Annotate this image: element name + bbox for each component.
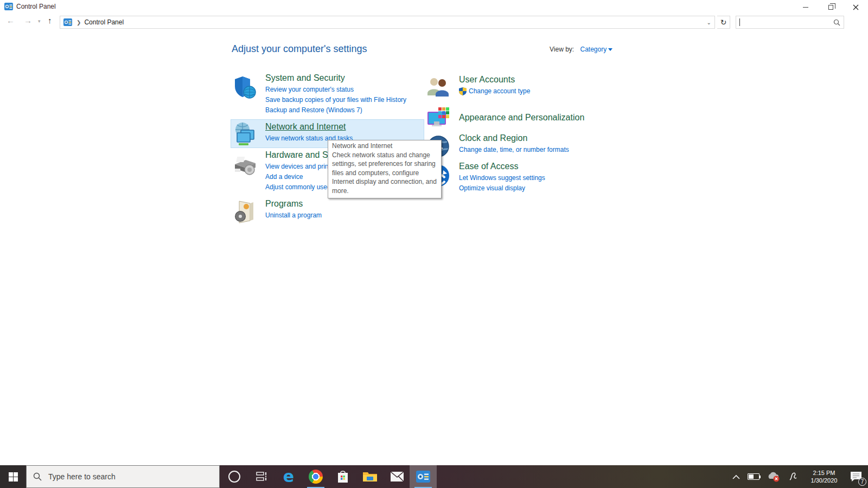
task-link[interactable]: Backup and Restore (Windows 7) <box>265 107 428 114</box>
edge-button[interactable]: e <box>275 465 302 488</box>
network-internet-icon <box>232 121 259 148</box>
category-title[interactable]: User Accounts <box>459 75 515 85</box>
mail-icon <box>390 471 404 482</box>
start-button[interactable] <box>0 465 26 488</box>
task-link[interactable]: Let Windows suggest settings <box>459 175 622 182</box>
taskbar-search-input[interactable]: Type here to search <box>26 465 220 488</box>
taskbar: Type here to search e <box>0 465 868 488</box>
back-icon[interactable]: ← <box>7 16 15 25</box>
task-link[interactable]: Review your computer's status <box>265 86 428 93</box>
title-bar: Control Panel <box>0 0 868 14</box>
control-panel-icon <box>416 471 430 483</box>
mail-button[interactable] <box>384 465 411 488</box>
explorer-search-input[interactable] <box>736 16 844 29</box>
forward-icon[interactable]: → <box>24 16 32 25</box>
tooltip-body: Check network status and change settings… <box>332 151 437 196</box>
breadcrumb[interactable]: Control Panel <box>84 18 124 26</box>
explorer-window: Control Panel ← → ▾ ↑ ❯ Control Panel ⌄ … <box>0 0 868 465</box>
control-panel-icon <box>63 18 72 26</box>
taskbar-search-placeholder: Type here to search <box>48 472 116 481</box>
tray-date: 1/30/2020 <box>806 477 842 484</box>
recent-pages-chevron-icon[interactable]: ▾ <box>38 18 41 24</box>
task-link[interactable]: Optimize visual display <box>459 185 622 192</box>
view-by-dropdown[interactable]: Category <box>580 46 612 53</box>
file-explorer-icon <box>362 470 378 483</box>
control-panel-icon <box>4 3 13 10</box>
tray-chevron-up-icon[interactable] <box>732 474 740 479</box>
store-button[interactable] <box>329 465 356 488</box>
navigation-bar: ← → ▾ ↑ ❯ Control Panel ⌄ ↻ <box>0 14 868 30</box>
window-title: Control Panel <box>16 3 56 10</box>
programs-icon <box>232 198 259 225</box>
page-title: Adjust your computer's settings <box>232 43 367 55</box>
battery-icon[interactable] <box>748 473 760 480</box>
category-title[interactable]: Programs <box>265 199 303 209</box>
pen-icon[interactable] <box>788 471 799 482</box>
up-icon[interactable]: ↑ <box>48 16 52 25</box>
hardware-sound-icon <box>232 152 259 179</box>
category-title[interactable]: Clock and Region <box>459 133 527 143</box>
chrome-icon <box>309 470 323 484</box>
chevron-down-icon <box>608 48 612 51</box>
task-view-icon <box>256 471 267 482</box>
clock[interactable]: 2:15 PM 1/30/2020 <box>806 469 842 484</box>
system-security-icon <box>232 74 259 101</box>
task-link[interactable]: Save backup copies of your files with Fi… <box>265 97 428 104</box>
search-icon <box>833 19 840 26</box>
task-link[interactable]: Change date, time, or number formats <box>459 146 622 153</box>
chrome-button[interactable] <box>302 465 329 488</box>
task-link[interactable]: Change account type <box>469 88 530 95</box>
user-accounts-icon <box>425 75 452 102</box>
close-button[interactable] <box>843 0 868 14</box>
breadcrumb-chevron-icon: ❯ <box>76 20 81 25</box>
system-tray: 2:15 PM 1/30/2020 7 <box>732 465 868 488</box>
category-title[interactable]: Appearance and Personalization <box>459 113 584 123</box>
tooltip: Network and Internet Check network statu… <box>328 140 442 198</box>
restore-button[interactable] <box>818 0 843 14</box>
cortana-button[interactable] <box>221 465 248 488</box>
address-bar[interactable]: ❯ Control Panel ⌄ <box>60 16 715 29</box>
file-explorer-button[interactable] <box>356 465 384 488</box>
appearance-personalization-icon <box>425 105 452 132</box>
store-icon <box>336 470 349 484</box>
category-title[interactable]: Network and Internet <box>265 122 346 132</box>
task-link[interactable]: Uninstall a program <box>265 212 428 219</box>
address-dropdown-icon[interactable]: ⌄ <box>707 20 711 25</box>
cortana-icon <box>228 471 240 483</box>
action-center-button[interactable]: 7 <box>850 471 863 483</box>
uac-shield-icon <box>459 87 467 95</box>
view-by-control: View by: Category <box>550 46 612 53</box>
edge-icon: e <box>283 468 294 485</box>
control-panel-taskbar-button[interactable] <box>410 465 437 488</box>
view-by-label: View by: <box>550 46 574 53</box>
start-icon <box>9 472 18 481</box>
search-icon <box>33 472 42 481</box>
refresh-button[interactable]: ↻ <box>717 16 730 29</box>
category-title[interactable]: Ease of Access <box>459 162 518 171</box>
onedrive-error-icon[interactable] <box>767 471 780 482</box>
category-title[interactable]: System and Security <box>265 73 345 83</box>
text-caret <box>739 18 740 26</box>
tooltip-title: Network and Internet <box>332 142 437 151</box>
minimize-button[interactable] <box>793 0 818 14</box>
tray-time: 2:15 PM <box>806 469 842 477</box>
task-view-button[interactable] <box>248 465 275 488</box>
notification-badge: 7 <box>858 478 866 486</box>
